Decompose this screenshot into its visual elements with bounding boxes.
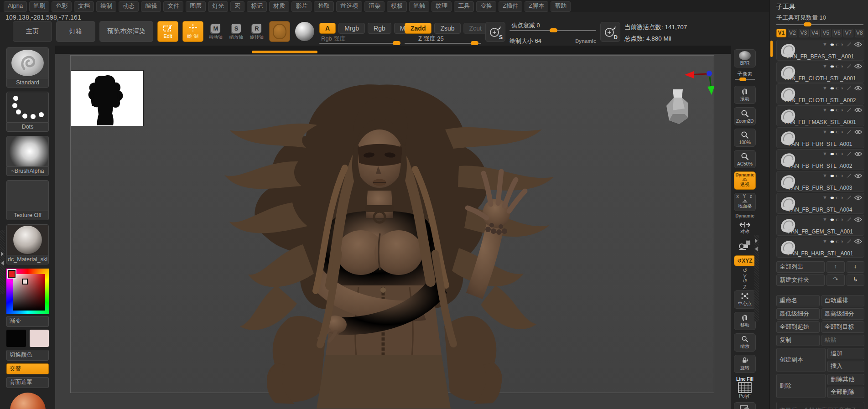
subtool-scrollbar[interactable]: [770, 41, 773, 57]
z-intensity-handle[interactable]: [471, 41, 478, 45]
all-to-target-button[interactable]: 全部到目标: [821, 321, 865, 333]
menu-item[interactable]: 纹理: [431, 1, 452, 12]
perspective-button[interactable]: Dynamic 透视: [734, 171, 756, 190]
dropdown-arrow-icon[interactable]: ▼: [822, 217, 827, 222]
polypaint-toggle-icon[interactable]: ●●: [830, 64, 832, 69]
stroke-selector[interactable]: [6, 92, 49, 123]
redo-arrow-button[interactable]: ↷: [826, 274, 844, 286]
light-sphere-icon[interactable]: [10, 393, 46, 409]
material-selector[interactable]: [6, 224, 49, 255]
menu-item[interactable]: Alpha: [4, 1, 27, 12]
left-tray-resize-handle[interactable]: [0, 230, 5, 294]
menu-item[interactable]: 首选项: [336, 1, 362, 12]
dropdown-arrow-icon[interactable]: ▼: [822, 173, 827, 178]
dropdown-arrow-icon[interactable]: ▼: [822, 151, 827, 156]
dropdown-arrow-icon[interactable]: ▼: [822, 239, 827, 244]
material-preview-ball[interactable]: [294, 21, 315, 42]
subtool-tab[interactable]: V2: [788, 29, 798, 37]
subtool-row[interactable]: ▼ ●● ◐◌ ◑ FAN_FB_HAIR_STL_A001: [776, 237, 864, 258]
menu-item[interactable]: 编辑: [141, 1, 161, 12]
rotate-canvas-button[interactable]: 旋转: [734, 355, 756, 373]
delete-button[interactable]: 删除: [776, 374, 826, 398]
home-button[interactable]: 主页: [13, 21, 52, 42]
menu-item[interactable]: 宏: [230, 1, 244, 12]
subtool-tab[interactable]: V4: [810, 29, 820, 37]
menu-item[interactable]: 笔触: [409, 1, 429, 12]
append-button[interactable]: 追加: [827, 348, 864, 359]
duplicate-button[interactable]: 创建副本: [776, 348, 826, 372]
menu-item[interactable]: 工具: [454, 1, 474, 12]
shaded-toggle-icon[interactable]: ◐◌: [835, 86, 837, 91]
bpr-render-button[interactable]: BPR: [734, 49, 756, 67]
paste-button[interactable]: 粘贴: [821, 335, 865, 346]
menu-item[interactable]: 色彩: [52, 1, 72, 12]
zoom2d-button[interactable]: Zoom2D: [734, 107, 756, 125]
contrast-toggle-icon[interactable]: ◑: [840, 239, 843, 244]
shaded-toggle-icon[interactable]: ◐◌: [835, 64, 837, 69]
paint-brush-icon[interactable]: [846, 129, 852, 135]
saturation-square[interactable]: [13, 274, 45, 311]
frame-button[interactable]: [734, 402, 756, 409]
color-picker[interactable]: [6, 269, 49, 314]
contrast-toggle-icon[interactable]: ◑: [840, 151, 843, 156]
subtool-row[interactable]: ▼ ●● ◐◌ ◑ FAN_FB_FUR_STL_A003: [776, 171, 864, 192]
visibility-eye-icon[interactable]: [854, 217, 862, 222]
rotate-xyz-button[interactable]: ↺XYZ: [734, 255, 756, 266]
menu-item[interactable]: Z插件: [499, 1, 522, 12]
rotate-y-button[interactable]: ↺Y: [734, 269, 756, 278]
backface-mask-button[interactable]: 背面遮罩: [6, 377, 49, 388]
rgb-toggle[interactable]: Rgb: [368, 23, 391, 34]
shaded-toggle-icon[interactable]: ◐◌: [835, 239, 837, 244]
zsub-toggle[interactable]: Zsub: [434, 23, 460, 34]
paint-brush-icon[interactable]: [846, 107, 852, 113]
paint-brush-icon[interactable]: [846, 217, 852, 222]
menu-item[interactable]: 模板: [387, 1, 407, 12]
camera-lock-button[interactable]: [734, 238, 756, 253]
menu-item[interactable]: 笔刷: [29, 1, 49, 12]
visibility-eye-icon[interactable]: [854, 108, 862, 113]
dropdown-arrow-icon[interactable]: ▼: [822, 195, 827, 200]
dropdown-arrow-icon[interactable]: ▼: [822, 42, 827, 47]
visibility-eye-icon[interactable]: [854, 86, 862, 91]
move-up-button[interactable]: ↑: [826, 261, 844, 273]
paint-brush-icon[interactable]: [846, 151, 852, 156]
alternate-button[interactable]: 交替: [6, 363, 49, 374]
subtool-tab[interactable]: V6: [832, 29, 842, 37]
contrast-toggle-icon[interactable]: ◑: [840, 64, 843, 69]
contrast-toggle-icon[interactable]: ◑: [840, 173, 843, 178]
all-to-start-button[interactable]: 全部到起始: [776, 321, 820, 333]
alpha-selector[interactable]: [6, 136, 49, 167]
shaded-toggle-icon[interactable]: ◐◌: [835, 151, 837, 156]
visibility-eye-icon[interactable]: [854, 173, 862, 178]
antialiased-half-button[interactable]: AC50%: [734, 150, 756, 168]
subtool-tab[interactable]: V1: [776, 29, 786, 37]
subtool-row[interactable]: ▼ ●● ◐◌ ◑ FAN_FB_FMASK_STL_A001: [776, 105, 864, 126]
scale-axis-button[interactable]: S 缩放轴: [228, 24, 244, 41]
menu-item[interactable]: 材质: [269, 1, 289, 12]
visible-count-label[interactable]: 子工具可见数量 10: [776, 14, 864, 22]
subtool-tab[interactable]: V7: [843, 29, 853, 37]
subtool-row[interactable]: ▼ ●● ◐◌ ◑ FAN_FB_CLOTH_STL_A002: [776, 83, 864, 104]
shaded-toggle-icon[interactable]: ◐◌: [835, 173, 837, 178]
new-folder-button[interactable]: 新建文件夹: [776, 274, 825, 286]
right-tray-resize-handle[interactable]: [754, 235, 759, 321]
polyframe-button[interactable]: Line Fill PolyF: [734, 376, 756, 400]
document-thumbnail[interactable]: [71, 70, 144, 126]
mrgb-toggle[interactable]: Mrgb: [338, 23, 365, 34]
polypaint-toggle-icon[interactable]: ●●: [830, 151, 832, 156]
texture-selector[interactable]: [6, 180, 49, 211]
shaded-toggle-icon[interactable]: ◐◌: [835, 108, 837, 113]
move-canvas-button[interactable]: 移动: [734, 312, 756, 330]
draw-button[interactable]: 绘 制: [182, 21, 203, 42]
switch-color-button[interactable]: 切换颜色: [6, 350, 49, 361]
shaded-toggle-icon[interactable]: ◐◌: [835, 195, 837, 200]
list-all-button[interactable]: 全部列出: [776, 261, 825, 273]
sculpt-model[interactable]: [222, 71, 559, 409]
focal-shift-slider[interactable]: 焦点衰减 0: [509, 30, 596, 31]
polypaint-toggle-icon[interactable]: ●●: [830, 217, 832, 222]
subtool-row[interactable]: ▼ ●● ◐◌ ◑ FAN_FB_FUR_STL_A001: [776, 127, 864, 148]
move-down-button[interactable]: ↓: [847, 261, 864, 273]
menu-item[interactable]: 动态: [119, 1, 139, 12]
polypaint-toggle-icon[interactable]: ●●: [830, 108, 832, 113]
visibility-eye-icon[interactable]: [854, 151, 862, 156]
